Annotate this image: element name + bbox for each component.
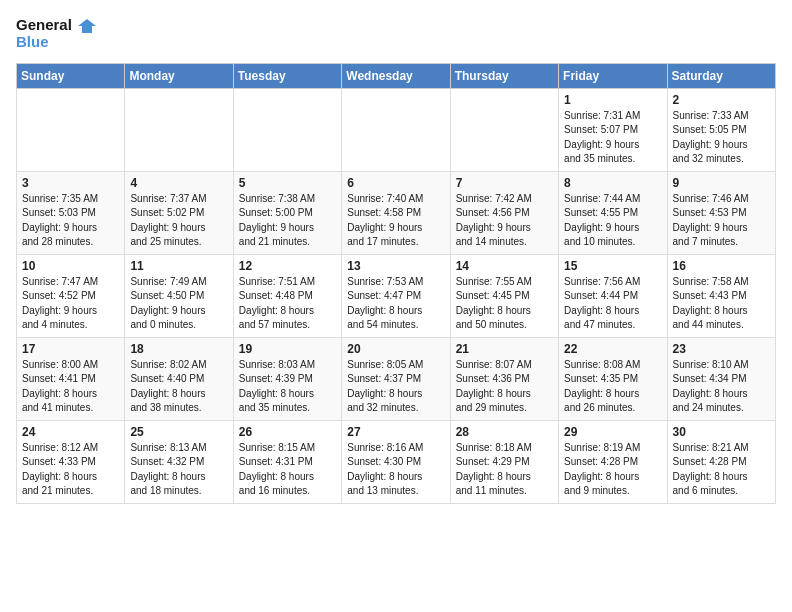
day-number: 30 (673, 425, 770, 439)
calendar-table: SundayMondayTuesdayWednesdayThursdayFrid… (16, 63, 776, 504)
calendar-cell: 21Sunrise: 8:07 AM Sunset: 4:36 PM Dayli… (450, 337, 558, 420)
day-number: 24 (22, 425, 119, 439)
calendar-cell (17, 88, 125, 171)
day-number: 4 (130, 176, 227, 190)
calendar-cell (450, 88, 558, 171)
calendar-cell: 29Sunrise: 8:19 AM Sunset: 4:28 PM Dayli… (559, 420, 667, 503)
calendar-cell: 13Sunrise: 7:53 AM Sunset: 4:47 PM Dayli… (342, 254, 450, 337)
day-info: Sunrise: 7:37 AM Sunset: 5:02 PM Dayligh… (130, 192, 227, 250)
day-header-saturday: Saturday (667, 63, 775, 88)
calendar-cell: 2Sunrise: 7:33 AM Sunset: 5:05 PM Daylig… (667, 88, 775, 171)
day-header-thursday: Thursday (450, 63, 558, 88)
day-number: 23 (673, 342, 770, 356)
day-number: 27 (347, 425, 444, 439)
day-info: Sunrise: 7:46 AM Sunset: 4:53 PM Dayligh… (673, 192, 770, 250)
logo: General Blue (16, 16, 96, 51)
day-number: 2 (673, 93, 770, 107)
day-header-monday: Monday (125, 63, 233, 88)
day-info: Sunrise: 8:03 AM Sunset: 4:39 PM Dayligh… (239, 358, 336, 416)
calendar-cell: 7Sunrise: 7:42 AM Sunset: 4:56 PM Daylig… (450, 171, 558, 254)
day-info: Sunrise: 8:12 AM Sunset: 4:33 PM Dayligh… (22, 441, 119, 499)
calendar-cell: 14Sunrise: 7:55 AM Sunset: 4:45 PM Dayli… (450, 254, 558, 337)
calendar-cell (233, 88, 341, 171)
calendar-cell: 8Sunrise: 7:44 AM Sunset: 4:55 PM Daylig… (559, 171, 667, 254)
day-info: Sunrise: 8:05 AM Sunset: 4:37 PM Dayligh… (347, 358, 444, 416)
day-info: Sunrise: 7:53 AM Sunset: 4:47 PM Dayligh… (347, 275, 444, 333)
calendar-cell: 5Sunrise: 7:38 AM Sunset: 5:00 PM Daylig… (233, 171, 341, 254)
day-info: Sunrise: 7:47 AM Sunset: 4:52 PM Dayligh… (22, 275, 119, 333)
calendar-cell: 22Sunrise: 8:08 AM Sunset: 4:35 PM Dayli… (559, 337, 667, 420)
day-number: 8 (564, 176, 661, 190)
day-number: 21 (456, 342, 553, 356)
calendar-cell: 10Sunrise: 7:47 AM Sunset: 4:52 PM Dayli… (17, 254, 125, 337)
calendar-cell: 18Sunrise: 8:02 AM Sunset: 4:40 PM Dayli… (125, 337, 233, 420)
day-info: Sunrise: 8:07 AM Sunset: 4:36 PM Dayligh… (456, 358, 553, 416)
calendar-cell: 15Sunrise: 7:56 AM Sunset: 4:44 PM Dayli… (559, 254, 667, 337)
day-info: Sunrise: 7:31 AM Sunset: 5:07 PM Dayligh… (564, 109, 661, 167)
day-info: Sunrise: 7:55 AM Sunset: 4:45 PM Dayligh… (456, 275, 553, 333)
calendar-cell: 1Sunrise: 7:31 AM Sunset: 5:07 PM Daylig… (559, 88, 667, 171)
day-info: Sunrise: 7:49 AM Sunset: 4:50 PM Dayligh… (130, 275, 227, 333)
logo-line2: Blue (16, 33, 49, 50)
day-info: Sunrise: 7:56 AM Sunset: 4:44 PM Dayligh… (564, 275, 661, 333)
calendar-cell: 28Sunrise: 8:18 AM Sunset: 4:29 PM Dayli… (450, 420, 558, 503)
day-number: 6 (347, 176, 444, 190)
calendar-cell: 26Sunrise: 8:15 AM Sunset: 4:31 PM Dayli… (233, 420, 341, 503)
calendar-cell: 6Sunrise: 7:40 AM Sunset: 4:58 PM Daylig… (342, 171, 450, 254)
day-info: Sunrise: 8:00 AM Sunset: 4:41 PM Dayligh… (22, 358, 119, 416)
calendar-cell: 9Sunrise: 7:46 AM Sunset: 4:53 PM Daylig… (667, 171, 775, 254)
day-number: 10 (22, 259, 119, 273)
day-info: Sunrise: 8:19 AM Sunset: 4:28 PM Dayligh… (564, 441, 661, 499)
day-info: Sunrise: 8:15 AM Sunset: 4:31 PM Dayligh… (239, 441, 336, 499)
day-info: Sunrise: 8:02 AM Sunset: 4:40 PM Dayligh… (130, 358, 227, 416)
day-info: Sunrise: 7:38 AM Sunset: 5:00 PM Dayligh… (239, 192, 336, 250)
calendar-cell: 11Sunrise: 7:49 AM Sunset: 4:50 PM Dayli… (125, 254, 233, 337)
day-number: 11 (130, 259, 227, 273)
calendar-cell: 16Sunrise: 7:58 AM Sunset: 4:43 PM Dayli… (667, 254, 775, 337)
day-number: 1 (564, 93, 661, 107)
day-number: 5 (239, 176, 336, 190)
day-header-tuesday: Tuesday (233, 63, 341, 88)
day-number: 15 (564, 259, 661, 273)
day-info: Sunrise: 7:44 AM Sunset: 4:55 PM Dayligh… (564, 192, 661, 250)
calendar-cell: 12Sunrise: 7:51 AM Sunset: 4:48 PM Dayli… (233, 254, 341, 337)
day-number: 26 (239, 425, 336, 439)
calendar-cell (342, 88, 450, 171)
logo-bird-icon (78, 19, 96, 33)
day-info: Sunrise: 7:58 AM Sunset: 4:43 PM Dayligh… (673, 275, 770, 333)
day-number: 29 (564, 425, 661, 439)
day-info: Sunrise: 7:51 AM Sunset: 4:48 PM Dayligh… (239, 275, 336, 333)
day-number: 13 (347, 259, 444, 273)
calendar-cell: 24Sunrise: 8:12 AM Sunset: 4:33 PM Dayli… (17, 420, 125, 503)
day-number: 7 (456, 176, 553, 190)
day-info: Sunrise: 8:08 AM Sunset: 4:35 PM Dayligh… (564, 358, 661, 416)
day-info: Sunrise: 8:21 AM Sunset: 4:28 PM Dayligh… (673, 441, 770, 499)
day-number: 20 (347, 342, 444, 356)
day-header-wednesday: Wednesday (342, 63, 450, 88)
day-number: 9 (673, 176, 770, 190)
day-number: 3 (22, 176, 119, 190)
day-number: 17 (22, 342, 119, 356)
calendar-cell: 30Sunrise: 8:21 AM Sunset: 4:28 PM Dayli… (667, 420, 775, 503)
day-number: 14 (456, 259, 553, 273)
day-info: Sunrise: 8:18 AM Sunset: 4:29 PM Dayligh… (456, 441, 553, 499)
day-number: 28 (456, 425, 553, 439)
day-header-sunday: Sunday (17, 63, 125, 88)
calendar-cell: 20Sunrise: 8:05 AM Sunset: 4:37 PM Dayli… (342, 337, 450, 420)
day-header-friday: Friday (559, 63, 667, 88)
calendar-cell (125, 88, 233, 171)
day-number: 22 (564, 342, 661, 356)
day-info: Sunrise: 7:33 AM Sunset: 5:05 PM Dayligh… (673, 109, 770, 167)
day-number: 16 (673, 259, 770, 273)
calendar-cell: 23Sunrise: 8:10 AM Sunset: 4:34 PM Dayli… (667, 337, 775, 420)
day-number: 25 (130, 425, 227, 439)
day-number: 12 (239, 259, 336, 273)
day-info: Sunrise: 8:13 AM Sunset: 4:32 PM Dayligh… (130, 441, 227, 499)
day-info: Sunrise: 8:10 AM Sunset: 4:34 PM Dayligh… (673, 358, 770, 416)
day-info: Sunrise: 7:40 AM Sunset: 4:58 PM Dayligh… (347, 192, 444, 250)
svg-marker-0 (78, 19, 96, 33)
day-number: 18 (130, 342, 227, 356)
calendar-cell: 3Sunrise: 7:35 AM Sunset: 5:03 PM Daylig… (17, 171, 125, 254)
calendar-cell: 25Sunrise: 8:13 AM Sunset: 4:32 PM Dayli… (125, 420, 233, 503)
calendar-cell: 27Sunrise: 8:16 AM Sunset: 4:30 PM Dayli… (342, 420, 450, 503)
